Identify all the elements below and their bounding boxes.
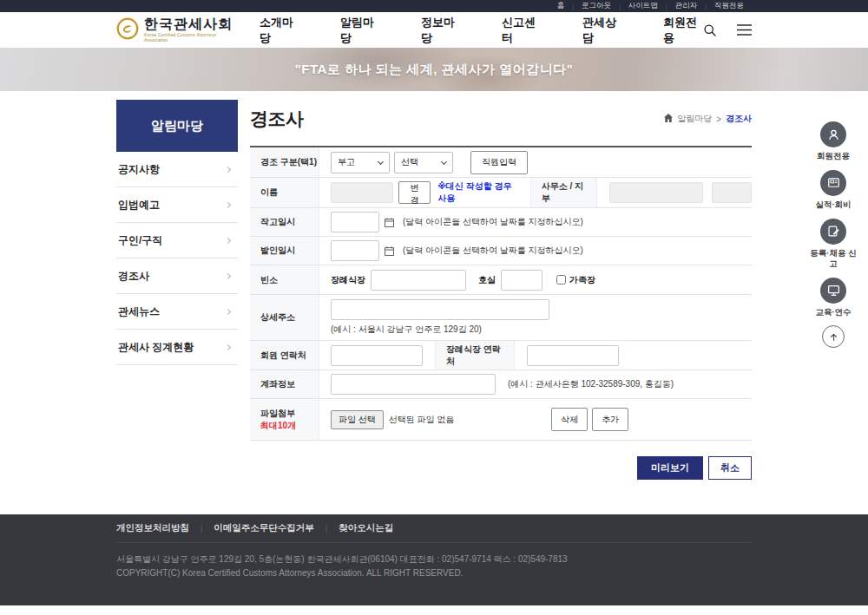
office-branch-label: 사무소 / 지부 (530, 178, 597, 207)
field-label: 상세주소 (250, 295, 319, 340)
chevron-right-icon (225, 343, 231, 350)
nav-item-intro[interactable]: 소개마당 (260, 15, 299, 46)
footer-link-email-policy[interactable]: 이메일주소무단수집거부 (214, 522, 314, 534)
footer-link-privacy[interactable]: 개인정보처리방침 (116, 522, 189, 534)
sidebar-item-label: 관세뉴스 (118, 304, 160, 319)
topbar-link-logout[interactable]: 로그아웃 (574, 1, 619, 11)
quickmenu-members[interactable]: 회원전용 (808, 121, 858, 161)
sidebar-title: 알림마당 (116, 100, 238, 152)
field-label: 회원 연락처 (250, 341, 319, 370)
footer-address: 서울특별시 강남구 언주로 129길 20, 5층(논현동) 한국관세사회관(0… (116, 553, 752, 566)
footer-links: 개인정보처리방침| 이메일주소무단수집거부| 찾아오시는길 (116, 514, 752, 543)
edit-document-icon (820, 219, 846, 245)
form-row-death-date: 작고일시 (달력 아이콘을 선택하여 날짜를 지정하십시오) (250, 208, 752, 237)
calendar-icon[interactable] (385, 218, 394, 227)
funeral-date-input[interactable] (331, 240, 379, 261)
breadcrumb-section[interactable]: 알림마당 (677, 113, 712, 125)
utility-bar: 홈| 로그아웃| 사이트맵| 관리자| 직원전용 (0, 0, 868, 12)
funeral-contact-input[interactable] (527, 345, 619, 366)
form-row-category: 경조 구분(택1) 부고 선택 직원입력 (250, 147, 752, 178)
sidebar-item-family-events[interactable]: 경조사 (116, 258, 238, 294)
staff-input-button[interactable]: 직원입력 (470, 151, 528, 174)
nav-item-notice[interactable]: 알림마당 (340, 15, 380, 46)
chevron-right-icon (225, 237, 231, 243)
footer-link-directions[interactable]: 찾아오시는길 (339, 522, 393, 534)
nav-item-consult[interactable]: 관세상담 (582, 15, 622, 46)
monitor-icon (820, 278, 846, 304)
quickmenu-label: 실적·회비 (808, 200, 858, 210)
form-row-mortuary: 빈소 장례식장 호실 가족장 (250, 265, 752, 295)
nav-item-report[interactable]: 신고센터 (502, 15, 542, 46)
delete-file-button[interactable]: 삭제 (551, 408, 588, 431)
arrow-up-icon[interactable] (822, 325, 845, 348)
home-icon[interactable] (664, 114, 673, 124)
nav-item-members[interactable]: 회원전용 (663, 15, 703, 46)
sidebar-item-jobs[interactable]: 구인/구직 (116, 223, 238, 258)
address-input[interactable] (331, 299, 549, 320)
quickmenu-education[interactable]: 교육·연수 (808, 278, 858, 317)
breadcrumb: 알림마당 > 경조사 (664, 113, 752, 125)
site-header: 한국관세사회 Korea Certified Customs Attorneys… (0, 12, 868, 48)
account-input[interactable] (331, 374, 496, 395)
sidebar-item-label: 경조사 (118, 269, 149, 284)
funeral-hall-input[interactable] (371, 270, 466, 291)
divider: | (201, 524, 202, 533)
room-input[interactable] (501, 270, 542, 291)
hamburger-icon[interactable] (737, 24, 752, 36)
sidebar-item-customs-news[interactable]: 관세뉴스 (116, 294, 238, 330)
kcca-emblem-icon (116, 17, 139, 43)
branch-input (712, 182, 752, 203)
office-input (609, 182, 703, 203)
attachment-limit: 최대10개 (260, 420, 319, 432)
quickmenu-label: 교육·연수 (808, 307, 858, 317)
select-value: 선택 (401, 156, 418, 168)
preview-button[interactable]: 미리보기 (637, 456, 703, 480)
breadcrumb-current: 경조사 (726, 113, 752, 125)
address-example: (예시 : 서울시 강남구 언주로 129길 20) (331, 324, 482, 336)
nav-item-info[interactable]: 정보마당 (421, 15, 461, 46)
quickmenu-registration[interactable]: 등록·채용 신고 (808, 219, 858, 269)
field-label: 발인일시 (250, 237, 319, 265)
logo[interactable]: 한국관세사회 Korea Certified Customs Attorneys… (116, 17, 233, 43)
family-funeral-checkbox[interactable]: 가족장 (556, 274, 595, 286)
topbar-link-sitemap[interactable]: 사이트맵 (621, 1, 666, 11)
sidebar-item-label: 입법예고 (118, 198, 160, 213)
breadcrumb-separator: > (716, 114, 721, 124)
logo-title: 한국관세사회 (144, 17, 233, 32)
cancel-button[interactable]: 취소 (708, 456, 752, 480)
funeral-contact-label: 장례식장 연락처 (435, 341, 515, 370)
quickmenu-dues[interactable]: 실적·회비 (808, 170, 858, 210)
sidebar-item-label: 공지사항 (118, 162, 160, 177)
topbar-link-home[interactable]: 홈 (549, 1, 573, 11)
name-input (331, 182, 393, 203)
event-type-select[interactable]: 부고 (331, 152, 390, 173)
chevron-right-icon (225, 272, 231, 278)
form-row-contact: 회원 연락처 장례식장 연락처 (250, 341, 752, 370)
calendar-icon[interactable] (385, 246, 394, 256)
sidebar-item-discipline[interactable]: 관세사 징계현황 (116, 330, 238, 365)
date-hint: (달력 아이콘을 선택하여 날짜를 지정하십시오) (403, 245, 583, 257)
user-icon (820, 121, 846, 147)
file-select-button[interactable]: 파일 선택 (331, 410, 384, 429)
add-file-button[interactable]: 추가 (592, 408, 628, 431)
chevron-right-icon (225, 201, 231, 207)
quickmenu-label: 회원전용 (808, 151, 858, 161)
topbar-link-admin[interactable]: 관리자 (667, 1, 706, 11)
sidebar-item-legislation[interactable]: 입법예고 (116, 187, 238, 223)
member-contact-input[interactable] (331, 345, 423, 366)
sidebar-item-notice[interactable]: 공지사항 (116, 152, 238, 187)
chevron-right-icon (225, 166, 231, 172)
chevron-right-icon (225, 308, 231, 314)
field-label: 경조 구분(택1) (250, 147, 319, 177)
attachment-label: 파일첨부 (260, 408, 319, 420)
form-row-account: 계좌정보 (예시 : 관세사은행 102-32589-309, 홍길동) (250, 370, 752, 399)
topbar-link-staff[interactable]: 직원전용 (707, 1, 752, 11)
search-icon[interactable] (703, 23, 717, 37)
checkbox[interactable] (556, 275, 566, 285)
change-name-button[interactable]: 변경 (398, 181, 431, 204)
event-subtype-select[interactable]: 선택 (394, 152, 453, 173)
form-row-funeral-date: 발인일시 (달력 아이콘을 선택하여 날짜를 지정하십시오) (250, 237, 752, 265)
death-date-input[interactable] (331, 212, 379, 232)
chevron-down-icon (378, 158, 384, 164)
report-icon (820, 170, 846, 196)
